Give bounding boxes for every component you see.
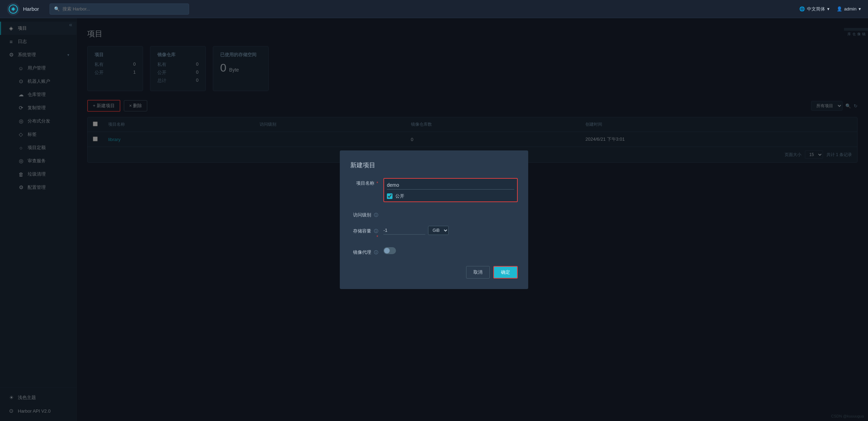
svg-point-1 <box>12 8 14 10</box>
cancel-button[interactable]: 取消 <box>466 266 490 279</box>
storage-unit-select[interactable]: GiB TiB MiB <box>428 226 449 235</box>
confirm-button[interactable]: 确定 <box>493 266 518 279</box>
global-search[interactable]: 🔍 <box>50 3 189 15</box>
field-storage-label: 存储容量 ⓘ * <box>350 226 378 239</box>
app-name: Harbor <box>23 6 39 12</box>
field-access-label: 访问级别 ⓘ <box>350 210 378 218</box>
proxy-info-icon[interactable]: ⓘ <box>374 250 378 255</box>
modal-overlay: 新建项目 项目名称 * 公开 访问级别 ⓘ <box>0 18 868 421</box>
storage-control: GiB TiB MiB <box>383 226 518 235</box>
field-name-label: 项目名称 * <box>350 178 378 186</box>
public-label: 公开 <box>395 193 404 199</box>
project-name-input[interactable] <box>387 181 514 190</box>
form-row-proxy: 镜像代理 ⓘ <box>350 247 518 256</box>
user-icon: 👤 <box>837 6 842 12</box>
proxy-control <box>383 247 518 254</box>
access-info-icon[interactable]: ⓘ <box>374 213 378 217</box>
access-checkbox-row: 公开 <box>387 193 514 199</box>
header-right: 🌐 中文简体 ▾ 👤 admin ▾ <box>799 6 861 12</box>
search-icon: 🔍 <box>54 6 60 12</box>
proxy-toggle[interactable] <box>383 247 396 254</box>
language-selector[interactable]: 🌐 中文简体 ▾ <box>799 6 830 12</box>
logo-icon <box>7 3 20 15</box>
new-project-modal: 新建项目 项目名称 * 公开 访问级别 ⓘ <box>340 150 528 289</box>
name-input-wrapper: 公开 <box>383 178 518 202</box>
chevron-down-icon: ▾ <box>859 6 861 12</box>
logo: Harbor <box>7 3 39 15</box>
storage-info-icon[interactable]: ⓘ <box>374 229 378 234</box>
globe-icon: 🌐 <box>799 6 805 12</box>
modal-footer: 取消 确定 <box>350 266 518 279</box>
search-input[interactable] <box>62 6 185 12</box>
form-row-access: 访问级别 ⓘ <box>350 210 518 218</box>
field-proxy-label: 镜像代理 ⓘ <box>350 247 378 256</box>
chevron-down-icon: ▾ <box>827 6 830 12</box>
user-menu[interactable]: 👤 admin ▾ <box>837 6 861 12</box>
form-row-name: 项目名称 * 公开 <box>350 178 518 202</box>
public-checkbox[interactable] <box>387 193 392 199</box>
header: Harbor 🔍 🌐 中文简体 ▾ 👤 admin ▾ <box>0 0 868 18</box>
form-row-storage: 存储容量 ⓘ * GiB TiB MiB <box>350 226 518 239</box>
storage-input[interactable] <box>383 226 425 235</box>
modal-title: 新建项目 <box>350 161 518 169</box>
